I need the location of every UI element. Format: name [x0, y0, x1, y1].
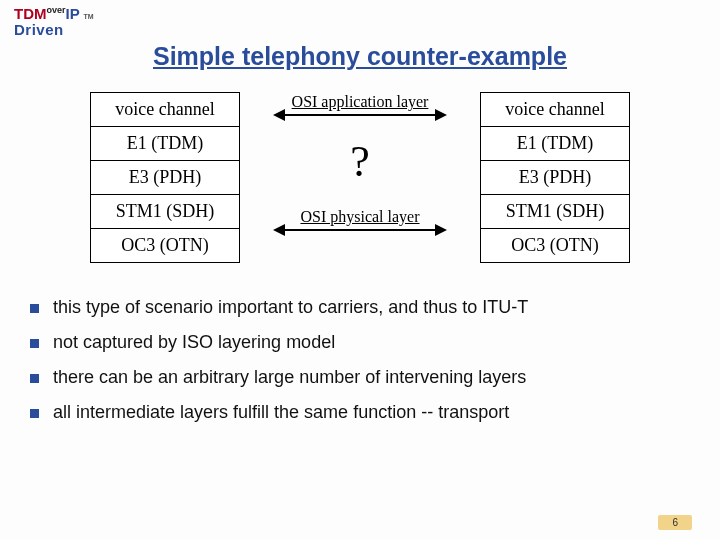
square-bullet-icon [30, 374, 39, 383]
stack-cell: E1 (TDM) [90, 126, 240, 161]
stack-cell: voice channel [90, 92, 240, 127]
bullet-text: this type of scenario important to carri… [53, 297, 528, 318]
double-arrow-icon [275, 229, 445, 231]
square-bullet-icon [30, 339, 39, 348]
logo-ip: IP [66, 5, 80, 22]
diagram-middle: OSI application layer ? OSI physical lay… [270, 93, 450, 231]
bullet-text: not captured by ISO layering model [53, 332, 335, 353]
logo-tdm: TDM [14, 5, 47, 22]
square-bullet-icon [30, 409, 39, 418]
osi-physical-label: OSI physical layer [300, 208, 419, 226]
osi-application-label: OSI application layer [292, 93, 429, 111]
square-bullet-icon [30, 304, 39, 313]
stack-cell: E3 (PDH) [90, 160, 240, 195]
stack-cell: voice channel [480, 92, 630, 127]
stack-cell: OC3 (OTN) [90, 228, 240, 263]
page-number: 6 [658, 515, 692, 530]
stack-cell: E1 (TDM) [480, 126, 630, 161]
stack-cell: OC3 (OTN) [480, 228, 630, 263]
stack-cell: E3 (PDH) [480, 160, 630, 195]
diagram: voice channel E1 (TDM) E3 (PDH) STM1 (SD… [0, 93, 720, 263]
stack-cell: STM1 (SDH) [480, 194, 630, 229]
bullet-text: all intermediate layers fulfill the same… [53, 402, 509, 423]
bullet-list: this type of scenario important to carri… [30, 297, 690, 423]
logo-driven: Driven [14, 22, 94, 38]
layer-stack-right: voice channel E1 (TDM) E3 (PDH) STM1 (SD… [480, 93, 630, 263]
layer-stack-left: voice channel E1 (TDM) E3 (PDH) STM1 (SD… [90, 93, 240, 263]
logo-tm: TM [84, 13, 94, 20]
list-item: this type of scenario important to carri… [30, 297, 690, 318]
bullet-text: there can be an arbitrary large number o… [53, 367, 526, 388]
logo: TDMoverIP TM Driven [14, 6, 94, 38]
double-arrow-icon [275, 114, 445, 116]
page-title: Simple telephony counter-example [0, 42, 720, 71]
question-mark: ? [350, 140, 370, 184]
list-item: all intermediate layers fulfill the same… [30, 402, 690, 423]
stack-cell: STM1 (SDH) [90, 194, 240, 229]
logo-over: over [47, 5, 66, 15]
list-item: not captured by ISO layering model [30, 332, 690, 353]
list-item: there can be an arbitrary large number o… [30, 367, 690, 388]
